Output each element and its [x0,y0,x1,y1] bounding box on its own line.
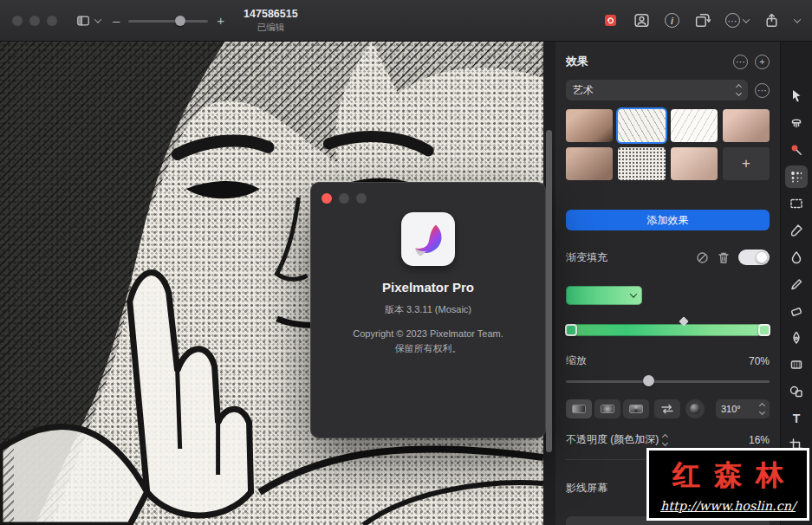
effects-panel-title: 效果 [566,54,588,69]
effect-thumbnail[interactable] [723,109,770,142]
gradient-fill-title: 渐变填充 [566,250,607,265]
chevron-down-icon [630,290,637,297]
select-tool[interactable] [785,192,808,215]
angle-stepper[interactable]: 310° [716,399,770,418]
radial-gradient-button[interactable] [594,399,620,418]
effect-thumbnail[interactable] [566,147,613,180]
vertical-scrollbar[interactable] [546,130,552,452]
more-options-button[interactable]: ⋯ [725,13,749,28]
rights-line: 保留所有权利。 [353,341,503,356]
gradient-sphere-button[interactable] [685,399,705,418]
document-title-block: 147586515 已编辑 [244,8,298,33]
opacity-label: 不透明度 (颜色加深) [566,432,659,447]
opacity-value: 16% [749,434,770,446]
paint-tool[interactable] [785,219,808,242]
pen-tool[interactable] [785,327,808,349]
dialog-minimize-button[interactable] [339,193,349,204]
effect-thumbnail[interactable] [566,109,613,142]
info-icon: i [671,16,673,26]
opacity-popup-chevrons[interactable] [663,435,667,445]
gradient-stop-right[interactable] [758,324,770,336]
document-title: 147586515 [244,8,298,22]
shape-tool[interactable] [785,380,808,403]
angle-value[interactable]: 310° [721,404,755,414]
share-icon [763,12,780,29]
effects-add-button[interactable]: + [755,55,770,69]
chevron-down-icon [94,16,101,23]
zoom-control: – + [113,13,224,28]
close-button[interactable] [12,16,23,26]
gradient-tool[interactable] [785,353,808,376]
toolbar-right-icons: i ⋯ [602,12,800,29]
canvas-rotate-button[interactable] [694,12,711,29]
effect-thumbnail[interactable] [671,109,718,142]
gradient-fill-toggle[interactable] [738,250,770,265]
scale-label: 缩放 [566,353,587,368]
angle-gradient-icon [629,405,643,413]
gradient-editor-bar[interactable] [566,321,770,340]
proof-icon [602,12,619,29]
effect-thumbnail-grid: + [566,109,770,180]
watermark-overlay: 红森林 http://www.hoslin.cn/ [646,448,809,521]
zoom-out-button[interactable]: – [113,13,120,28]
watermark-url: http://www.hoslin.cn/ [660,499,796,513]
gradient-swatch-button[interactable] [566,286,642,305]
scale-slider-track [566,380,770,383]
pencil-tool[interactable] [785,273,808,295]
color-adjust-tool[interactable] [785,139,808,161]
color-fill-tool[interactable] [785,246,808,269]
dialog-zoom-button[interactable] [356,193,367,204]
gradient-bar[interactable] [566,324,770,336]
effect-thumbnail[interactable] [618,147,665,180]
info-button[interactable]: i [665,13,679,28]
disable-effect-icon[interactable] [696,251,709,264]
scale-slider-knob[interactable] [643,375,654,386]
about-dialog-body: Pixelmator Pro 版本 3.3.11 (Mosaic) Copyri… [311,183,545,356]
linear-gradient-icon [572,405,586,413]
contacts-button[interactable] [633,12,650,29]
copyright-text: Copyright © 2023 Pixelmator Team. 保留所有权利… [353,327,503,356]
add-effect-button[interactable]: 添加效果 [566,210,770,230]
angle-gradient-button[interactable] [623,399,649,418]
sidebar-toggle-button[interactable] [75,14,101,28]
shading-screen-title: 影线屏幕 [566,481,607,496]
dropdown-chevrons-icon [737,85,741,95]
effect-thumbnail-selected[interactable] [618,109,665,142]
effect-category-value: 艺术 [573,83,594,98]
stepper-chevrons-icon[interactable] [760,404,764,414]
dialog-close-button[interactable] [322,193,332,204]
add-effect-tile[interactable]: + [723,147,770,180]
category-more-button[interactable]: ⋯ [755,83,770,98]
pixelmator-window: – + 147586515 已编辑 [0,0,812,525]
effect-thumbnail[interactable] [671,147,718,180]
canvas-edge-hatching [0,42,14,525]
zoom-slider[interactable] [128,15,208,27]
scale-slider[interactable] [566,375,770,387]
move-tool[interactable] [785,85,808,107]
retouch-tool[interactable] [785,112,808,134]
window-controls [12,16,57,26]
effects-options-button[interactable]: ⋯ [733,55,748,69]
scale-value: 70% [749,355,770,367]
ellipsis-icon: ⋯ [725,13,740,28]
toolbar-overflow-chevron[interactable] [794,16,801,23]
app-name: Pixelmator Pro [382,280,474,295]
zoom-in-button[interactable]: + [217,13,224,28]
linear-gradient-button[interactable] [566,399,592,418]
sidebar-icon [75,14,92,28]
trash-icon[interactable] [718,251,730,264]
type-tool[interactable]: T [785,407,808,430]
flip-gradient-button[interactable] [654,399,680,418]
gradient-stop-left[interactable] [565,324,577,336]
document-status: 已编辑 [257,22,285,33]
share-button[interactable] [763,12,780,29]
type-tool-icon: T [793,412,801,425]
effects-tool-selected[interactable] [785,165,808,188]
dialog-window-controls [322,193,367,204]
color-proof-button[interactable] [602,12,619,29]
effect-category-dropdown[interactable]: 艺术 [566,80,748,100]
zoom-window-button[interactable] [47,16,57,26]
zoom-slider-knob[interactable] [175,16,185,26]
minimize-button[interactable] [29,16,40,26]
erase-tool[interactable] [785,300,808,322]
